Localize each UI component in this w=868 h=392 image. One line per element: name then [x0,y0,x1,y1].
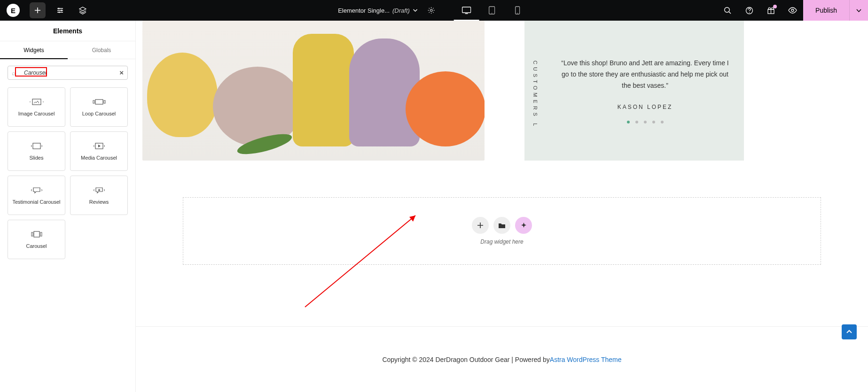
widget-label: Testimonial Carousel [12,199,60,205]
panel-tabs: Widgets Globals [0,41,135,59]
widget-media-carousel[interactable]: Media Carousel [70,131,128,171]
svg-rect-18 [33,143,40,149]
tab-globals[interactable]: Globals [68,41,135,59]
dot-3[interactable] [644,121,647,123]
drop-zone[interactable]: Drag widget here [183,197,821,265]
desktop-icon [462,7,471,14]
page-settings-button[interactable] [424,0,439,21]
tab-widgets[interactable]: Widgets [0,41,68,59]
testimonial-carousel-icon [30,186,44,194]
structure-button[interactable] [71,0,94,21]
add-section-button[interactable] [472,217,489,234]
finder-button[interactable] [717,0,738,21]
testimonial-block: CUSTOMERS L “Love this shop! Bruno and J… [524,21,744,161]
widget-label: Slides [30,155,44,161]
footer-link[interactable]: Astra WordPress Theme [550,356,622,363]
device-mobile[interactable] [505,0,530,21]
widget-label: Media Carousel [81,155,117,161]
gear-icon [428,7,435,14]
preview-button[interactable] [782,0,803,21]
svg-point-13 [791,9,794,12]
widget-slides[interactable]: Slides [8,131,65,171]
widgets-grid: Image Carousel Loop Carousel Slides Medi… [0,85,135,262]
help-icon [745,7,753,15]
svg-point-8 [517,13,518,14]
clear-search-button[interactable]: × [119,69,124,77]
search-wrap: ⌕ × [0,59,135,85]
dot-1[interactable] [627,121,630,123]
svg-point-6 [492,13,493,14]
testimonial-side-label: CUSTOMERS L [524,52,546,129]
chevron-down-icon [413,8,418,13]
widget-image-carousel[interactable]: Image Carousel [8,87,65,127]
gap [491,21,517,161]
svg-rect-15 [95,100,103,104]
device-desktop[interactable] [454,0,479,21]
sliders-icon [56,6,64,15]
dot-2[interactable] [635,121,638,123]
notification-dot [773,5,777,8]
elementor-logo[interactable]: E [0,0,26,21]
search-icon: ⌕ [12,69,16,77]
search-icon [724,7,732,15]
testimonial-quote: “Love this shop! Bruno and Jett are amaz… [559,58,731,91]
hero-image [142,21,485,161]
dropzone-buttons [472,217,532,234]
page-title: Elementor Single... [338,7,390,14]
ai-button[interactable] [515,217,532,234]
elements-panel: Elements Widgets Globals ⌕ × Image Carou… [0,21,136,392]
site-settings-button[interactable] [49,0,71,21]
search-input[interactable] [8,66,128,80]
dot-5[interactable] [661,121,664,123]
device-tablet[interactable] [479,0,505,21]
slides-icon [30,142,44,150]
panel-title: Elements [0,21,135,41]
publish-options-button[interactable] [849,0,868,21]
add-element-button[interactable] [30,2,46,18]
footer-text: Copyright © 2024 DerDragon Outdoor Gear … [382,356,549,363]
svg-rect-20 [34,231,39,237]
svg-rect-22 [40,232,42,236]
page-title-wrap[interactable]: Elementor Single... (Draft) [338,7,418,14]
widget-label: Carousel [26,243,47,249]
widget-loop-carousel[interactable]: Loop Carousel [70,87,128,127]
svg-point-2 [59,12,60,13]
page-status: (Draft) [392,7,410,14]
widget-label: Loop Carousel [82,111,116,116]
mobile-icon [515,6,520,15]
image-carousel-icon [30,98,44,106]
plus-icon [34,7,41,14]
whats-new-button[interactable] [760,0,782,21]
svg-rect-4 [462,7,471,13]
topbar-center: Elementor Single... (Draft) [338,0,530,21]
testimonial-body: “Love this shop! Bruno and Jett are amaz… [546,49,744,131]
dropzone-label: Drag widget here [480,238,523,245]
topbar-left: E [0,0,94,21]
editor-canvas[interactable]: ‹ CUSTOMERS L “Love this shop! Bruno and… [136,21,868,392]
dot-4[interactable] [652,121,655,123]
top-bar: E Elementor Single... (Draft) [0,0,868,21]
testimonial-author: KASON LOPEZ [559,104,731,110]
add-template-button[interactable] [493,217,510,234]
reviews-icon [92,186,106,194]
tablet-icon [489,6,495,15]
logo-letter: E [7,4,20,17]
publish-button[interactable]: Publish [803,0,849,21]
sparkle-icon [520,222,527,229]
help-button[interactable] [738,0,760,21]
widget-carousel[interactable]: Carousel [8,220,65,259]
layers-icon [78,6,87,15]
scroll-top-button[interactable] [842,324,857,339]
widget-label: Reviews [89,199,109,205]
plus-icon [477,222,484,229]
page-footer: Copyright © 2024 DerDragon Outdoor Gear … [136,326,868,392]
widget-reviews[interactable]: Reviews [70,176,128,215]
chevron-up-icon [846,329,852,335]
device-switcher [454,0,530,21]
svg-point-3 [430,9,433,12]
widget-testimonial-carousel[interactable]: Testimonial Carousel [8,176,65,215]
chevron-down-icon [856,8,862,14]
svg-rect-16 [93,100,94,103]
media-carousel-icon [92,142,106,150]
vase-orange [406,71,485,146]
